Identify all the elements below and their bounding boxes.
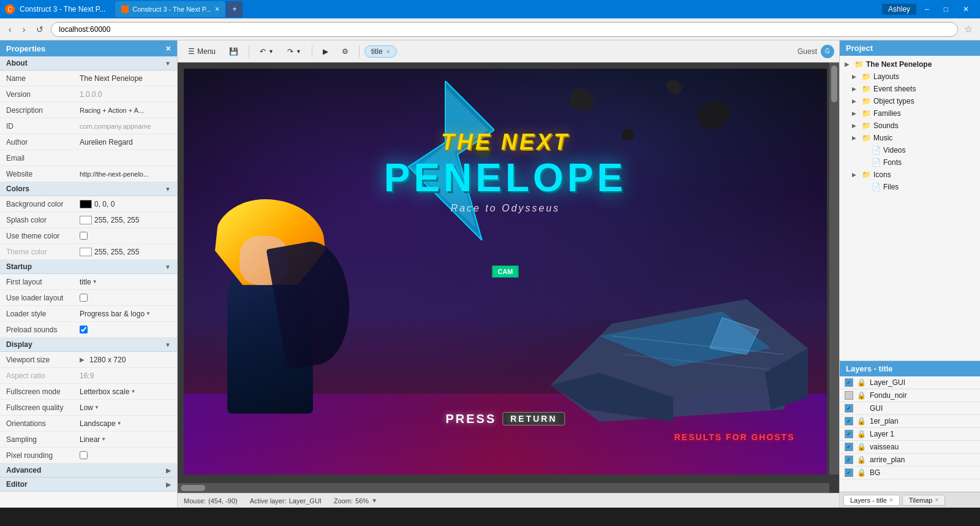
layer-vis-gui2[interactable]: ✓ xyxy=(845,404,853,413)
tree-item-videos[interactable]: 📄 Videos xyxy=(840,144,980,156)
layout-tab[interactable]: title × xyxy=(364,45,397,58)
properties-close-btn[interactable]: × xyxy=(166,44,171,53)
viewport-expand-icon[interactable]: ▶ xyxy=(80,356,85,363)
tree-file-icon-files: 📄 xyxy=(872,183,881,191)
tree-item-icons[interactable]: ▶ 📁 Icons xyxy=(840,169,980,181)
back-btn[interactable]: ‹ xyxy=(5,22,15,37)
prop-name-value[interactable]: The Next Penelope xyxy=(80,74,171,83)
use-loader-checkbox[interactable] xyxy=(80,294,88,302)
prop-website-value[interactable]: http://the-next-penelo... xyxy=(80,170,171,178)
ship-area xyxy=(551,275,808,434)
layer-row-1erplan[interactable]: ✓ 🔒 1er_plan xyxy=(840,415,980,428)
tree-item-fonts[interactable]: 📄 Fonts xyxy=(840,156,980,169)
prop-preload-sounds: Preload sounds xyxy=(0,322,177,338)
minimize-btn[interactable]: – xyxy=(919,2,935,16)
tree-item-families[interactable]: ▶ 📁 Families xyxy=(840,107,980,120)
prop-sampling-value[interactable]: Linear ▼ xyxy=(80,435,171,444)
section-about[interactable]: About ▼ xyxy=(0,56,177,71)
prop-loader-style-value[interactable]: Progress bar & logo ▼ xyxy=(80,310,171,318)
tree-item-root[interactable]: ▶ 📁 The Next Penelope xyxy=(840,58,980,71)
canvas-scrollbar-h[interactable] xyxy=(178,483,829,493)
canvas-scrollbar-v[interactable] xyxy=(829,63,839,475)
save-btn[interactable]: 💾 xyxy=(224,45,244,58)
prop-preload-sounds-label: Preload sounds xyxy=(6,326,80,334)
prop-fullscreen-mode-value[interactable]: Letterbox scale ▼ xyxy=(80,387,171,396)
section-display[interactable]: Display ▼ xyxy=(0,338,177,352)
title-bar-left: C Construct 3 - The Next P... Construct … xyxy=(5,1,243,17)
bg-color-swatch[interactable] xyxy=(80,200,92,208)
prop-fullscreen-quality-value[interactable]: Low ▼ xyxy=(80,403,171,412)
use-theme-color-checkbox[interactable] xyxy=(80,232,88,240)
prop-author-value[interactable]: Aurelien Regard xyxy=(80,138,171,147)
layer-row-bg[interactable]: ✓ 🔒 BG xyxy=(840,467,980,479)
debug-btn[interactable]: ⚙ xyxy=(336,45,354,58)
prop-email: Email xyxy=(0,150,177,166)
zoom-dropdown-btn[interactable]: ▼ xyxy=(371,497,377,504)
prop-bg-color-value[interactable]: 0, 0, 0 xyxy=(80,200,171,208)
prop-theme-color-value[interactable]: 255, 255, 255 xyxy=(80,248,171,256)
bottom-tab-tilemap-close[interactable]: × xyxy=(935,497,938,503)
new-tab-btn[interactable]: + xyxy=(227,1,243,17)
tree-item-sounds[interactable]: ▶ 📁 Sounds xyxy=(840,120,980,132)
tab-close-btn[interactable]: × xyxy=(215,5,219,13)
reload-btn[interactable]: ↺ xyxy=(32,22,47,37)
prop-id-value[interactable]: com.company.appname xyxy=(80,123,171,130)
undo-btn[interactable]: ↶ ▼ xyxy=(254,45,279,58)
layer-vis-layer1[interactable]: ✓ xyxy=(845,430,853,438)
bottom-tab-tilemap[interactable]: Tilemap × xyxy=(902,495,946,506)
tree-item-files[interactable]: 📄 Files xyxy=(840,181,980,193)
layer-vis-gui[interactable]: ✓ xyxy=(845,378,853,387)
maximize-btn[interactable]: □ xyxy=(938,2,954,16)
tree-item-music[interactable]: ▶ 📁 Music xyxy=(840,132,980,144)
section-editor[interactable]: Editor ▶ xyxy=(0,478,177,492)
layer-vis-vaisseau[interactable]: ✓ xyxy=(845,443,853,451)
forward-btn[interactable]: › xyxy=(19,22,29,37)
layer-name-bg: BG xyxy=(870,468,975,477)
layer-row-gui[interactable]: ✓ 🔒 Layer_GUI xyxy=(840,376,980,389)
section-colors[interactable]: Colors ▼ xyxy=(0,182,177,196)
prop-first-layout-value[interactable]: title ▼ xyxy=(80,278,171,286)
theme-color-swatch[interactable] xyxy=(80,248,92,256)
tree-item-objects[interactable]: ▶ 📁 Object types xyxy=(840,95,980,107)
layer-row-gui2[interactable]: ✓ 🔒 GUI xyxy=(840,402,980,415)
layer-lock-vaisseau: 🔒 xyxy=(857,443,866,451)
layer-vis-1erplan[interactable]: ✓ xyxy=(845,417,853,425)
layer-vis-arrire[interactable]: ✓ xyxy=(845,455,853,464)
pixel-rounding-checkbox[interactable] xyxy=(80,451,88,459)
prop-splash-color-value[interactable]: 255, 255, 255 xyxy=(80,216,171,224)
tree-item-layouts[interactable]: ▶ 📁 Layouts xyxy=(840,71,980,83)
layout-tab-close[interactable]: × xyxy=(386,48,390,55)
close-btn[interactable]: ✕ xyxy=(957,2,975,16)
prop-id: ID com.company.appname xyxy=(0,118,177,134)
prop-description-value[interactable]: Racing + Action + A... xyxy=(80,107,171,114)
url-input[interactable] xyxy=(51,22,958,37)
layer-row-arrire[interactable]: ✓ 🔒 arrire_plan xyxy=(840,454,980,467)
play-btn[interactable]: ▶ xyxy=(317,45,334,58)
bottom-tab-layers-close[interactable]: × xyxy=(889,497,893,503)
fullscreen-mode-text: Letterbox scale xyxy=(80,387,129,396)
layer-row-fondu[interactable]: 🔒 Fondu_noir xyxy=(840,389,980,402)
viewport-size-text: 1280 x 720 xyxy=(89,356,126,364)
section-startup[interactable]: Startup ▼ xyxy=(0,260,177,274)
character-body xyxy=(215,193,325,414)
scroll-thumb-v[interactable] xyxy=(831,66,837,102)
tree-folder-icon-icons: 📁 xyxy=(862,170,871,179)
tree-item-events[interactable]: ▶ 📁 Event sheets xyxy=(840,83,980,95)
prop-version-value[interactable]: 1.0.0.0 xyxy=(80,90,171,99)
canvas-area[interactable]: THE NEXT PENELOPE Race to Odysseus xyxy=(178,63,839,493)
scroll-thumb-h[interactable] xyxy=(181,485,205,491)
layer-row-layer1[interactable]: ✓ 🔒 Layer 1 xyxy=(840,428,980,441)
preload-sounds-checkbox[interactable] xyxy=(80,326,88,334)
menu-btn[interactable]: ☰ Menu xyxy=(183,45,221,58)
prop-pixel-rounding-value xyxy=(80,451,171,459)
prop-orientations-value[interactable]: Landscape ▼ xyxy=(80,419,171,428)
layer-vis-fondu[interactable] xyxy=(845,391,853,400)
redo-btn[interactable]: ↷ ▼ xyxy=(282,45,307,58)
bottom-tab-layers[interactable]: Layers - title × xyxy=(843,495,900,506)
bookmark-btn[interactable]: ☆ xyxy=(962,22,975,36)
layer-vis-bg[interactable]: ✓ xyxy=(845,468,853,477)
splash-color-swatch[interactable] xyxy=(80,216,92,224)
layer-row-vaisseau[interactable]: ✓ 🔒 vaisseau xyxy=(840,441,980,454)
prop-viewport-size-value[interactable]: ▶ 1280 x 720 xyxy=(80,356,171,364)
section-advanced[interactable]: Advanced ▶ xyxy=(0,463,177,478)
